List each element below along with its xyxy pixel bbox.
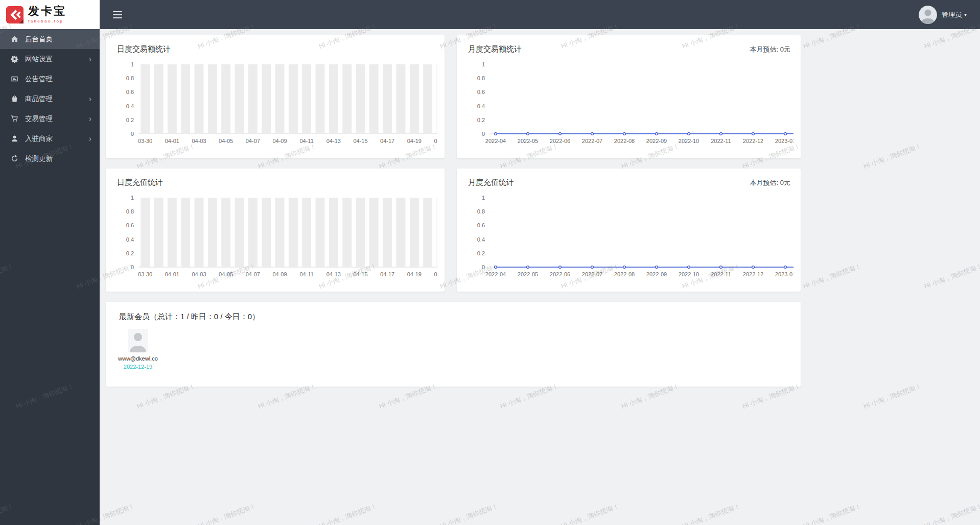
svg-text:04-07: 04-07: [246, 138, 260, 144]
svg-text:2023-01: 2023-01: [775, 271, 794, 277]
sidebar-item-orders[interactable]: 交易管理 ›: [0, 109, 100, 129]
svg-text:0.6: 0.6: [126, 222, 134, 228]
svg-text:0.4: 0.4: [126, 236, 134, 243]
sidebar-item-label: 后台首页: [25, 35, 53, 44]
card-daily-recharge: 日度充值统计 00.20.40.60.8103-3004-0104-0304-0…: [106, 169, 445, 292]
user-name: 管理员: [942, 10, 962, 19]
svg-text:2022-08: 2022-08: [614, 138, 635, 144]
top-header: 发卡宝 fakebao.top 管理员 ▾: [0, 0, 980, 29]
svg-text:04-05: 04-05: [219, 271, 233, 277]
svg-text:2022-04: 2022-04: [485, 271, 506, 277]
svg-text:04-19: 04-19: [407, 138, 422, 144]
svg-text:0.2: 0.2: [477, 250, 485, 256]
monthly-transactions-chart[interactable]: 00.20.40.60.812022-042022-052022-062022-…: [464, 59, 794, 152]
svg-text:04-09: 04-09: [272, 138, 287, 144]
svg-text:0: 0: [131, 131, 134, 137]
svg-text:2022-04: 2022-04: [485, 138, 506, 144]
sidebar-item-label: 入驻商家: [25, 134, 53, 144]
topbar-right: 管理员 ▾: [919, 0, 980, 29]
daily-recharge-chart[interactable]: 00.20.40.60.8103-3004-0104-0304-0504-070…: [113, 193, 437, 285]
svg-text:2022-06: 2022-06: [550, 138, 570, 144]
sidebar-item-label: 商品管理: [25, 94, 53, 104]
caret-down-icon: ▾: [964, 12, 967, 17]
svg-text:2022-12: 2022-12: [743, 138, 763, 144]
svg-text:04-17: 04-17: [380, 138, 394, 144]
monthly-transactions-estimate: 本月预估: 0元: [750, 45, 790, 54]
svg-text:04-21: 04-21: [434, 271, 437, 277]
chevron-right-icon: ›: [89, 55, 91, 63]
chevron-right-icon: ›: [89, 95, 91, 103]
card-monthly-recharge: 月度充值统计 本月预估: 0元 00.20.40.60.812022-04202…: [457, 169, 801, 292]
check-update-icon: [10, 155, 18, 163]
svg-text:1: 1: [482, 61, 485, 67]
sidebar-item-announcements[interactable]: 公告管理: [0, 69, 100, 89]
user-menu[interactable]: 管理员 ▾: [942, 10, 967, 19]
sidebar-item-label: 网站设置: [25, 55, 53, 64]
member-register-date[interactable]: 2022-12-19: [118, 364, 158, 370]
sidebar-item-label: 检测更新: [25, 154, 53, 163]
merchant-user-icon: [10, 135, 18, 143]
svg-text:03-30: 03-30: [138, 271, 152, 277]
sidebar-item-merchants[interactable]: 入驻商家 ›: [0, 129, 100, 149]
cart-icon: [10, 115, 18, 123]
svg-text:0.8: 0.8: [126, 75, 134, 81]
sidebar-item-dashboard[interactable]: 后台首页: [0, 29, 100, 49]
card-daily-transactions: 日度交易额统计 00.20.40.60.8103-3004-0104-0304-…: [106, 35, 445, 158]
logo-title: 发卡宝: [28, 6, 66, 17]
goods-bag-icon: [10, 95, 18, 103]
member-email: www@dkewl.com: [118, 355, 158, 362]
member-item[interactable]: www@dkewl.com 2022-12-19: [118, 329, 158, 370]
svg-text:1: 1: [131, 61, 134, 67]
logo[interactable]: 发卡宝 fakebao.top: [0, 0, 100, 29]
member-avatar-icon: [128, 329, 148, 352]
gear-icon: [10, 55, 18, 63]
svg-text:04-05: 04-05: [219, 138, 233, 144]
monthly-recharge-estimate: 本月预估: 0元: [750, 178, 790, 187]
svg-text:04-13: 04-13: [326, 271, 341, 277]
sidebar-item-products[interactable]: 商品管理 ›: [0, 89, 100, 109]
sidebar-item-label: 交易管理: [25, 114, 53, 124]
sidebar-item-site-settings[interactable]: 网站设置 ›: [0, 49, 100, 69]
svg-text:04-21: 04-21: [434, 138, 437, 144]
svg-text:04-15: 04-15: [353, 138, 367, 144]
svg-text:2022-09: 2022-09: [646, 271, 667, 277]
svg-text:2022-09: 2022-09: [646, 138, 667, 144]
svg-text:0: 0: [131, 264, 134, 270]
svg-text:2022-11: 2022-11: [711, 271, 731, 277]
card-monthly-transactions: 月度交易额统计 本月预估: 0元 00.20.40.60.812022-0420…: [457, 35, 801, 158]
svg-text:04-11: 04-11: [300, 138, 314, 144]
svg-text:04-01: 04-01: [165, 138, 179, 144]
svg-text:1: 1: [482, 195, 485, 201]
chevron-right-icon: ›: [89, 135, 91, 143]
svg-text:04-19: 04-19: [407, 271, 422, 277]
svg-text:2022-12: 2022-12: [743, 271, 763, 277]
svg-text:2022-07: 2022-07: [582, 271, 602, 277]
svg-text:0.2: 0.2: [477, 117, 485, 123]
svg-text:2022-08: 2022-08: [614, 271, 635, 277]
svg-text:04-15: 04-15: [353, 271, 367, 277]
chart-title-monthly-recharge: 月度充值统计: [468, 178, 514, 187]
svg-text:0.6: 0.6: [477, 222, 485, 228]
svg-text:2022-06: 2022-06: [550, 271, 570, 277]
svg-text:1: 1: [131, 195, 134, 201]
svg-text:2022-07: 2022-07: [582, 138, 602, 144]
sidebar-item-label: 公告管理: [25, 75, 53, 84]
svg-text:04-11: 04-11: [300, 271, 314, 277]
charts-grid: 日度交易额统计 00.20.40.60.8103-3004-0104-0304-…: [106, 35, 980, 292]
daily-transactions-chart[interactable]: 00.20.40.60.8103-3004-0104-0304-0504-070…: [113, 59, 437, 152]
svg-text:0.6: 0.6: [477, 89, 485, 95]
svg-text:2023-01: 2023-01: [775, 138, 794, 144]
svg-text:04-09: 04-09: [272, 271, 287, 277]
svg-text:0.8: 0.8: [126, 208, 134, 214]
chart-title-daily-recharge: 日度充值统计: [117, 178, 163, 187]
logo-icon: [6, 6, 24, 23]
main-content: 日度交易额统计 00.20.40.60.8103-3004-0104-0304-…: [100, 29, 980, 525]
user-avatar[interactable]: [919, 6, 937, 24]
menu-toggle-icon[interactable]: [111, 6, 124, 23]
sidebar-item-check-update[interactable]: 检测更新: [0, 149, 100, 169]
monthly-recharge-chart[interactable]: 00.20.40.60.812022-042022-052022-062022-…: [464, 193, 794, 285]
svg-text:04-03: 04-03: [192, 271, 206, 277]
svg-text:0.4: 0.4: [126, 103, 134, 109]
svg-text:0.8: 0.8: [477, 208, 485, 214]
svg-text:2022-10: 2022-10: [679, 271, 699, 277]
